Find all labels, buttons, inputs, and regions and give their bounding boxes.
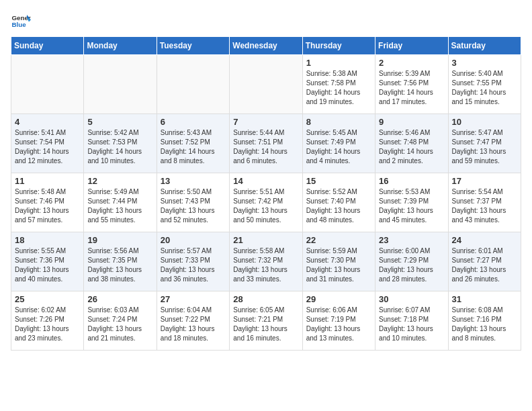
day-number: 23 [379,235,444,245]
day-number: 24 [452,235,517,245]
calendar-cell: 17Sunrise: 5:54 AMSunset: 7:37 PMDayligh… [448,173,521,232]
week-row-4: 18Sunrise: 5:55 AMSunset: 7:36 PMDayligh… [11,232,521,291]
day-number: 2 [379,58,444,68]
calendar-cell: 6Sunrise: 5:43 AMSunset: 7:52 PMDaylight… [157,114,229,173]
calendar-cell: 20Sunrise: 5:57 AMSunset: 7:33 PMDayligh… [157,232,229,291]
day-info: Sunrise: 6:03 AMSunset: 7:24 PMDaylight:… [87,306,152,343]
day-info: Sunrise: 5:50 AMSunset: 7:43 PMDaylight:… [161,187,226,225]
day-number: 18 [15,235,80,245]
calendar-table: SundayMondayTuesdayWednesdayThursdayFrid… [11,36,521,351]
day-info: Sunrise: 5:44 AMSunset: 7:51 PMDaylight:… [233,128,298,166]
day-header-wednesday: Wednesday [230,37,302,55]
day-info: Sunrise: 5:39 AMSunset: 7:56 PMDaylight:… [379,69,444,107]
calendar-cell: 19Sunrise: 5:56 AMSunset: 7:35 PMDayligh… [84,232,157,291]
day-info: Sunrise: 5:42 AMSunset: 7:53 PMDaylight:… [87,128,152,166]
calendar-cell: 15Sunrise: 5:52 AMSunset: 7:40 PMDayligh… [302,173,375,232]
calendar-cell: 8Sunrise: 5:45 AMSunset: 7:49 PMDaylight… [302,114,375,173]
day-number: 6 [161,117,226,127]
day-info: Sunrise: 5:43 AMSunset: 7:52 PMDaylight:… [161,128,226,166]
calendar-cell: 27Sunrise: 6:04 AMSunset: 7:22 PMDayligh… [157,291,229,351]
day-header-tuesday: Tuesday [157,37,229,55]
day-number: 22 [306,235,371,245]
day-header-monday: Monday [84,37,157,55]
day-info: Sunrise: 5:49 AMSunset: 7:44 PMDaylight:… [87,187,152,225]
calendar-cell: 22Sunrise: 5:59 AMSunset: 7:30 PMDayligh… [302,232,375,291]
day-header-friday: Friday [375,37,448,55]
day-info: Sunrise: 5:52 AMSunset: 7:40 PMDaylight:… [306,187,371,225]
logo: General Blue [11,11,31,31]
day-number: 9 [379,117,444,127]
calendar-cell: 28Sunrise: 6:05 AMSunset: 7:21 PMDayligh… [230,291,302,351]
day-number: 28 [233,294,298,304]
day-header-thursday: Thursday [302,37,375,55]
day-number: 1 [306,58,371,68]
day-info: Sunrise: 5:48 AMSunset: 7:46 PMDaylight:… [15,187,80,225]
calendar-cell: 31Sunrise: 6:08 AMSunset: 7:16 PMDayligh… [448,291,521,351]
day-header-saturday: Saturday [448,37,521,55]
day-info: Sunrise: 6:00 AMSunset: 7:29 PMDaylight:… [379,246,444,284]
day-number: 4 [15,117,80,127]
page-header: General Blue [11,11,521,31]
day-info: Sunrise: 5:53 AMSunset: 7:39 PMDaylight:… [379,187,444,225]
calendar-cell: 25Sunrise: 6:02 AMSunset: 7:26 PMDayligh… [11,291,84,351]
day-number: 31 [452,294,517,304]
week-row-3: 11Sunrise: 5:48 AMSunset: 7:46 PMDayligh… [11,173,521,232]
calendar-cell [84,55,157,114]
day-info: Sunrise: 5:58 AMSunset: 7:32 PMDaylight:… [233,246,298,284]
week-row-1: 1Sunrise: 5:38 AMSunset: 7:58 PMDaylight… [11,55,521,114]
calendar-cell: 16Sunrise: 5:53 AMSunset: 7:39 PMDayligh… [375,173,448,232]
day-info: Sunrise: 6:05 AMSunset: 7:21 PMDaylight:… [233,306,298,343]
calendar-cell: 23Sunrise: 6:00 AMSunset: 7:29 PMDayligh… [375,232,448,291]
day-number: 17 [452,176,517,186]
day-info: Sunrise: 5:54 AMSunset: 7:37 PMDaylight:… [452,187,517,225]
svg-text:Blue: Blue [12,21,27,28]
calendar-cell [11,55,84,114]
calendar-cell [230,55,302,114]
calendar-cell: 2Sunrise: 5:39 AMSunset: 7:56 PMDaylight… [375,55,448,114]
day-number: 12 [87,176,152,186]
calendar-cell: 7Sunrise: 5:44 AMSunset: 7:51 PMDaylight… [230,114,302,173]
calendar-cell: 21Sunrise: 5:58 AMSunset: 7:32 PMDayligh… [230,232,302,291]
day-info: Sunrise: 5:38 AMSunset: 7:58 PMDaylight:… [306,69,371,107]
calendar-cell: 10Sunrise: 5:47 AMSunset: 7:47 PMDayligh… [448,114,521,173]
day-number: 8 [306,117,371,127]
day-number: 30 [379,294,444,304]
day-number: 21 [233,235,298,245]
calendar-cell: 5Sunrise: 5:42 AMSunset: 7:53 PMDaylight… [84,114,157,173]
day-number: 7 [233,117,298,127]
calendar-cell: 29Sunrise: 6:06 AMSunset: 7:19 PMDayligh… [302,291,375,351]
calendar-cell: 9Sunrise: 5:46 AMSunset: 7:48 PMDaylight… [375,114,448,173]
calendar-cell: 14Sunrise: 5:51 AMSunset: 7:42 PMDayligh… [230,173,302,232]
day-info: Sunrise: 5:46 AMSunset: 7:48 PMDaylight:… [379,128,444,166]
day-info: Sunrise: 6:07 AMSunset: 7:18 PMDaylight:… [379,306,444,343]
day-number: 27 [161,294,226,304]
day-info: Sunrise: 5:55 AMSunset: 7:36 PMDaylight:… [15,246,80,284]
day-number: 3 [452,58,517,68]
day-info: Sunrise: 5:57 AMSunset: 7:33 PMDaylight:… [161,246,226,284]
day-header-sunday: Sunday [11,37,84,55]
calendar-cell: 30Sunrise: 6:07 AMSunset: 7:18 PMDayligh… [375,291,448,351]
day-number: 29 [306,294,371,304]
calendar-cell [157,55,229,114]
calendar-cell: 3Sunrise: 5:40 AMSunset: 7:55 PMDaylight… [448,55,521,114]
day-info: Sunrise: 5:47 AMSunset: 7:47 PMDaylight:… [452,128,517,166]
day-number: 26 [87,294,152,304]
day-info: Sunrise: 5:40 AMSunset: 7:55 PMDaylight:… [452,69,517,107]
calendar-cell: 24Sunrise: 6:01 AMSunset: 7:27 PMDayligh… [448,232,521,291]
calendar-cell: 26Sunrise: 6:03 AMSunset: 7:24 PMDayligh… [84,291,157,351]
calendar-cell: 1Sunrise: 5:38 AMSunset: 7:58 PMDaylight… [302,55,375,114]
day-number: 25 [15,294,80,304]
calendar-cell: 13Sunrise: 5:50 AMSunset: 7:43 PMDayligh… [157,173,229,232]
day-info: Sunrise: 5:51 AMSunset: 7:42 PMDaylight:… [233,187,298,225]
day-number: 15 [306,176,371,186]
day-info: Sunrise: 5:45 AMSunset: 7:49 PMDaylight:… [306,128,371,166]
day-number: 14 [233,176,298,186]
logo-icon: General Blue [11,11,31,31]
day-info: Sunrise: 6:04 AMSunset: 7:22 PMDaylight:… [161,306,226,343]
day-number: 10 [452,117,517,127]
day-info: Sunrise: 6:06 AMSunset: 7:19 PMDaylight:… [306,306,371,343]
day-number: 13 [161,176,226,186]
day-info: Sunrise: 6:01 AMSunset: 7:27 PMDaylight:… [452,246,517,284]
week-row-2: 4Sunrise: 5:41 AMSunset: 7:54 PMDaylight… [11,114,521,173]
calendar-cell: 12Sunrise: 5:49 AMSunset: 7:44 PMDayligh… [84,173,157,232]
